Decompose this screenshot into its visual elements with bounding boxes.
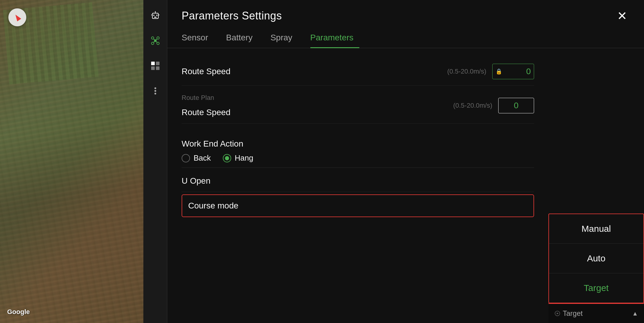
more-icon[interactable] xyxy=(149,84,162,97)
route-plan-speed-right: (0.5-20.0m/s) 0 xyxy=(453,98,534,113)
sidebar xyxy=(143,0,167,323)
dropdown-item-target[interactable]: Target xyxy=(549,273,643,303)
u-open-row: U Open xyxy=(182,170,534,192)
route-plan-speed-input[interactable]: 0 xyxy=(498,98,534,113)
radio-hang-outer xyxy=(223,154,231,162)
svg-point-11 xyxy=(157,42,159,45)
course-mode-row[interactable]: Course mode xyxy=(182,194,534,217)
svg-point-8 xyxy=(151,37,154,39)
settings-panel: Parameters Settings ✕ Sensor Battery Spr… xyxy=(167,0,644,323)
tabs-container: Sensor Battery Spray Parameters xyxy=(167,22,644,48)
panel-title: Parameters Settings xyxy=(182,10,282,22)
route-speed-value: 0 xyxy=(526,67,531,76)
tab-battery[interactable]: Battery xyxy=(226,29,265,48)
route-speed-input[interactable]: 🔒 0 xyxy=(492,64,534,79)
route-speed-label: Route Speed xyxy=(182,67,230,76)
tab-spray[interactable]: Spray xyxy=(270,29,304,48)
route-plan-speed-range: (0.5-20.0m/s) xyxy=(453,102,492,109)
work-end-radio-group: Back Hang xyxy=(182,153,534,163)
route-speed-range: (0.5-20.0m/s) xyxy=(447,68,486,75)
svg-rect-20 xyxy=(156,66,160,70)
radio-back-outer xyxy=(182,154,190,162)
radio-hang-label: Hang xyxy=(235,153,253,163)
route-speed-right: (0.5-20.0m/s) 🔒 0 xyxy=(447,64,534,79)
bottom-bar-label: Target xyxy=(563,309,583,318)
tab-parameters[interactable]: Parameters xyxy=(310,29,366,48)
dropdown-box: Manual Auto Target xyxy=(548,214,644,303)
left-content: Route Speed (0.5-20.0m/s) 🔒 0 Route Plan… xyxy=(167,48,548,323)
lock-icon: 🔒 xyxy=(496,68,502,75)
map-view: Google xyxy=(0,0,143,323)
google-logo: Google xyxy=(7,308,30,316)
route-plan-speed-value: 0 xyxy=(514,101,519,110)
work-end-action-row: Work End Action Back Hang xyxy=(182,134,534,170)
route-plan-section: Route Plan Route Speed (0.5-20.0m/s) 0 xyxy=(182,86,534,124)
route-plan-speed-label: Route Speed xyxy=(182,108,230,117)
content-wrapper: Route Speed (0.5-20.0m/s) 🔒 0 Route Plan… xyxy=(167,48,644,323)
tab-sensor[interactable]: Sensor xyxy=(182,29,220,48)
radio-hang[interactable]: Hang xyxy=(223,153,253,163)
work-end-action-label: Work End Action xyxy=(182,139,534,149)
close-button[interactable]: ✕ xyxy=(615,10,630,22)
radio-back-label: Back xyxy=(194,153,211,163)
grid-icon[interactable] xyxy=(149,59,162,72)
svg-rect-0 xyxy=(152,13,158,19)
compass xyxy=(8,8,26,26)
route-speed-row: Route Speed (0.5-20.0m/s) 🔒 0 xyxy=(182,58,534,86)
dropdown-item-auto[interactable]: Auto xyxy=(549,244,643,273)
course-mode-content: Course mode xyxy=(182,195,533,217)
bottom-bar-icon xyxy=(554,310,560,316)
svg-rect-19 xyxy=(151,66,155,70)
svg-rect-17 xyxy=(151,62,155,65)
radio-hang-inner xyxy=(225,156,229,160)
panel-header: Parameters Settings ✕ xyxy=(167,0,644,22)
chevron-up-icon: ▲ xyxy=(632,310,638,317)
u-open-label: U Open xyxy=(182,176,534,186)
svg-point-1 xyxy=(153,15,154,16)
svg-rect-3 xyxy=(154,17,157,18)
drone-icon[interactable] xyxy=(149,34,162,47)
route-plan-section-label: Route Plan xyxy=(182,94,230,102)
route-plan-header: Route Plan Route Speed (0.5-20.0m/s) 0 xyxy=(182,86,534,124)
radio-back[interactable]: Back xyxy=(182,153,211,163)
svg-rect-16 xyxy=(154,39,157,42)
svg-point-9 xyxy=(157,37,159,39)
svg-marker-22 xyxy=(557,313,559,314)
dropdown-item-manual[interactable]: Manual xyxy=(549,214,643,244)
course-mode-label: Course mode xyxy=(188,201,528,211)
right-dropdown: Manual Auto Target Target ▲ xyxy=(548,48,644,323)
svg-rect-18 xyxy=(156,62,160,65)
bottom-bar[interactable]: Target ▲ xyxy=(548,303,644,323)
robot-icon[interactable] xyxy=(149,9,162,22)
svg-point-5 xyxy=(155,11,156,12)
compass-arrow xyxy=(13,13,21,21)
svg-point-10 xyxy=(151,42,154,45)
svg-point-2 xyxy=(156,15,157,16)
bottom-bar-content: Target xyxy=(554,309,583,318)
